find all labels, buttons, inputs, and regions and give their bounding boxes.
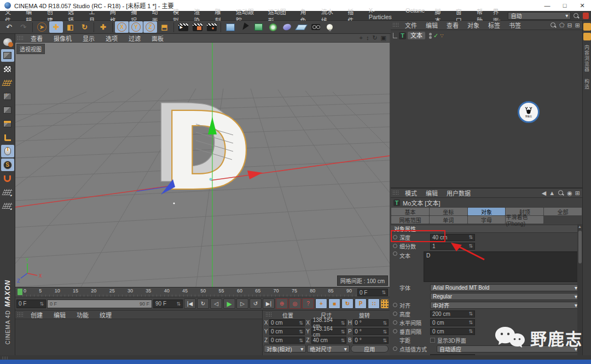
key-rotation-toggle[interactable]: ↻ [341,298,354,309]
material-menu-item[interactable]: 编辑 [48,310,71,319]
rotation-p-field[interactable]: 0 °⇅ [353,328,389,335]
lock-x-button[interactable]: X [115,21,129,33]
attribute-tab[interactable]: 网格范围 [391,216,429,224]
object-menu-item[interactable]: 查看 [442,21,463,30]
scale-tool-button[interactable]: ◧ [63,21,77,33]
light-button[interactable] [323,21,337,33]
go-to-end-button[interactable]: ▶| [263,298,275,309]
range-start-field[interactable]: 0 F⇅ [16,300,46,308]
attribute-tab[interactable]: 对象 [468,208,506,215]
viewport-menu-item[interactable]: 面板 [146,34,169,43]
lock-z-button[interactable]: Z [143,21,157,33]
object-menu-item[interactable]: 书签 [505,21,525,30]
show-3d-gui-checkbox[interactable] [430,338,435,343]
points-mode-button[interactable] [1,90,14,103]
rotation-h-field[interactable]: 0 °⇅ [353,319,389,326]
render-view-button[interactable] [176,21,190,33]
panel-grip[interactable] [17,36,24,41]
loop-button[interactable]: ↻ [197,298,209,309]
floor-button[interactable] [294,21,308,33]
viewport-menu-item[interactable]: 查看 [25,34,48,43]
align-dropdown[interactable]: 中对齐▾ [430,302,580,309]
coordinate-system-button[interactable]: ⬒ [158,21,171,33]
undo-button[interactable]: ↶ [2,21,16,33]
dock-tab-icon[interactable] [583,23,591,31]
edges-mode-button[interactable] [1,104,14,116]
lock-y-button[interactable]: Y [129,21,143,33]
toggle-view-icon[interactable]: ▣ [381,34,386,42]
make-editable-button[interactable] [1,36,14,48]
size-mode-dropdown[interactable]: 绝对尺寸▾ [307,345,349,353]
motext-icon[interactable]: T [399,32,406,39]
viewport-menu-item[interactable]: 摄像机 [48,34,77,43]
object-menu-item[interactable]: 对象 [463,21,484,30]
keyframe-selection-button[interactable]: ? [302,298,314,309]
interface-dropdown[interactable]: 自动▾ [508,12,571,20]
view-label[interactable]: 透视视图 [16,44,45,54]
timeline-window-icon[interactable] [381,300,389,308]
attribute-menu-item[interactable]: 用户数据 [442,189,475,197]
polygons-mode-button[interactable] [1,118,14,130]
viewport-solo-button[interactable] [1,145,14,157]
v-spacing-field[interactable]: 0 cm⇅ [430,328,475,335]
am-new-panel-icon[interactable]: ⊞ [575,190,580,197]
dock-tab-label[interactable]: 构造 [583,79,590,90]
font-dropdown[interactable]: Arial Rounded MT Bold▾ [430,284,580,291]
enable-check-icon[interactable]: ✓ [433,32,438,39]
panel-grip[interactable] [392,190,399,196]
texture-mode-button[interactable] [1,63,14,75]
generators-button[interactable] [252,21,265,33]
text-content-field[interactable]: D [424,251,580,282]
h-spacing-field[interactable]: 0 cm⇅ [430,319,475,326]
axis-x-handle[interactable] [247,171,263,179]
autokey-button[interactable]: ◎ [289,298,301,309]
range-slider[interactable]: 0 F90 F [47,300,152,308]
camera-button[interactable] [309,21,322,33]
material-menu-item[interactable]: 纹理 [94,310,117,319]
history-back-icon[interactable]: ◀ [542,190,546,197]
model-mode-button[interactable] [1,49,14,62]
object-origin[interactable] [210,178,212,181]
primitive-cube-button[interactable] [223,21,237,33]
position-y-field[interactable]: 0 cm⇅ [269,328,305,335]
coordinate-mode-dropdown[interactable]: 对象(相对)▾ [264,345,306,353]
attribute-tab[interactable]: 平滑着色(Phong) [506,216,543,224]
snap-button[interactable]: S [1,158,14,171]
redo-button[interactable]: ↷ [16,21,30,33]
rotate-view-icon[interactable]: ↻ [372,34,377,42]
apply-button[interactable]: 应用 [351,345,389,353]
dock-tab-icon[interactable] [583,33,591,40]
plugin-icon[interactable] [583,13,589,19]
object-item-text[interactable]: 文本 [408,32,425,39]
anim-dot-icon[interactable] [393,312,397,316]
record-keyframe-button[interactable]: ⊕ [276,298,288,309]
spline-pen-button[interactable] [237,21,251,33]
am-search-icon[interactable] [558,190,564,196]
material-menu-item[interactable]: 功能 [71,310,94,319]
size-y-field[interactable]: 143.164 cm⇅ [311,328,347,335]
object-menu-item[interactable]: 标签 [484,21,505,30]
loop-mode-button[interactable]: ↺ [250,298,262,309]
key-scale-toggle[interactable]: ■ [328,298,340,309]
caps-tag-icon[interactable]: ∵ [440,33,444,39]
rotation-b-field[interactable]: 0 °⇅ [353,337,389,344]
viewport-perspective[interactable]: D D Y X Z [15,34,390,287]
rotate-tool-button[interactable]: ↻ [78,21,91,33]
panel-grip[interactable] [265,312,272,318]
magnet-snap-button[interactable] [1,172,14,185]
subdivision-field[interactable]: 1⇅ [430,243,475,250]
panel-grip[interactable] [392,22,399,28]
om-search-icon[interactable] [550,22,557,28]
live-selection-button[interactable]: ➤ [35,21,49,33]
om-expand-icon[interactable]: ⊞ [575,22,580,29]
render-picture-viewer-button[interactable] [190,21,204,33]
playhead[interactable] [18,289,22,295]
key-parameter-toggle[interactable]: P [355,298,367,309]
font-style-dropdown[interactable]: Regular▾ [430,293,580,300]
current-frame-field[interactable]: 0 F⇅ [357,289,388,296]
anim-dot-icon[interactable] [393,347,397,351]
anim-dot-icon[interactable] [393,320,397,325]
om-collapse-icon[interactable]: ⊟ [567,22,572,29]
deformers-button[interactable] [266,21,280,33]
visibility-dots[interactable] [429,33,432,39]
